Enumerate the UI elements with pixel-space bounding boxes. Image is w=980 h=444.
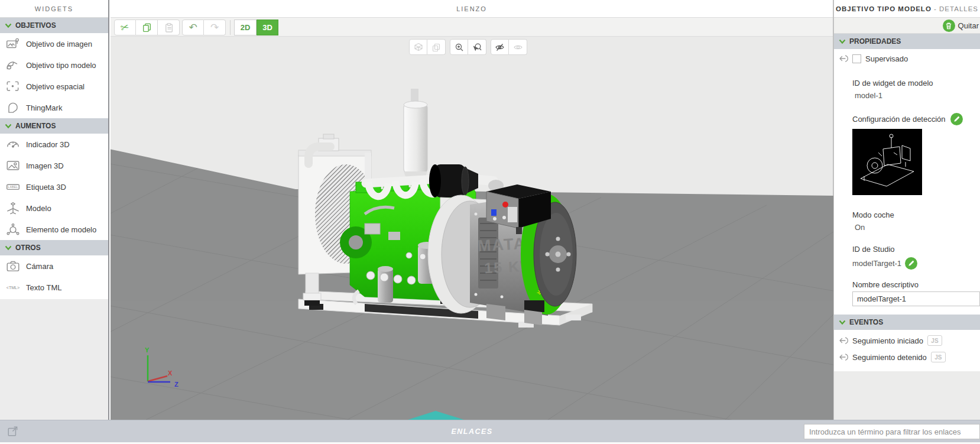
- sidebar-section-objetivos[interactable]: OBJETIVOS: [0, 18, 108, 33]
- sidebar-item-objetivo-tipo-modelo[interactable]: Objetivo tipo modelo: [0, 54, 108, 76]
- detection-config-row: Configuración de detección: [834, 111, 980, 127]
- axis-z-label: Z: [174, 381, 179, 388]
- sidebar-item-label: Elemento de modelo: [26, 225, 96, 234]
- sidebar-item-indicador-3d[interactable]: Indicador 3D: [0, 134, 108, 155]
- sidebar-item-label: Imagen 3D: [26, 161, 64, 170]
- copy-icon: [142, 22, 152, 33]
- display-name-input[interactable]: [852, 291, 980, 306]
- duplicate-icon: [431, 43, 441, 52]
- model-icon: [5, 202, 21, 215]
- chevron-down-icon: [5, 245, 12, 251]
- zoom-in-icon: [455, 43, 464, 52]
- scene-render: MATARI 15 KW 100% COPPER WIRE 100% POWER: [111, 37, 833, 420]
- redo-button[interactable]: ↷: [204, 20, 226, 35]
- model-item-icon: [5, 223, 21, 236]
- sidebar-item-label: Objetivo espacial: [26, 82, 85, 91]
- sidebar-item-label: Texto TML: [26, 283, 61, 292]
- trash-icon: [945, 22, 952, 30]
- sidebar-item-elemento-de-modelo[interactable]: Elemento de modelo: [0, 219, 108, 240]
- remove-widget-button[interactable]: [943, 20, 955, 32]
- redo-icon: ↷: [210, 22, 219, 33]
- toolbar-divider: [230, 20, 231, 35]
- eye-icon: [513, 43, 523, 52]
- sidebar-item-label: Cámara: [26, 262, 53, 271]
- pencil-icon: [953, 116, 960, 122]
- remove-widget-label[interactable]: Quitar: [958, 21, 979, 30]
- sidebar-item-label: Etiqueta 3D: [26, 183, 66, 192]
- sidebar-item-label: ThingMark: [26, 103, 62, 112]
- event-js-button[interactable]: JS: [931, 352, 946, 362]
- edit-studio-id-button[interactable]: [905, 257, 917, 270]
- links-bar: ENLACES: [0, 420, 980, 442]
- sidebar-section-label: OBJETIVOS: [15, 21, 56, 30]
- detail-panel-title: OBJETIVO TIPO MODELO - DETALLES: [834, 0, 980, 18]
- bind-arrow-icon[interactable]: [838, 54, 848, 63]
- widget-id-label: ID de widget de modelo: [834, 76, 980, 89]
- sidebar-item-thingmark[interactable]: ThingMark: [0, 97, 108, 118]
- paste-button[interactable]: [158, 20, 180, 35]
- sidebar-item-modelo[interactable]: Modelo: [0, 197, 108, 219]
- zoom-select-icon: [472, 43, 482, 52]
- studio-id-label: ID de Studio: [834, 242, 980, 255]
- sidebar-item-label: Indicador 3D: [26, 140, 70, 149]
- properties-panel: PROPIEDADES Supervisado ID de widget de …: [834, 34, 980, 371]
- tml-text-icon: <TML>: [5, 281, 21, 294]
- pencil-icon: [908, 260, 914, 267]
- sidebar-section-otros[interactable]: OTROS: [0, 240, 108, 255]
- mode-3d-button[interactable]: 3D: [257, 20, 278, 35]
- detection-thumbnail[interactable]: [852, 129, 922, 195]
- edit-detection-button[interactable]: [950, 113, 963, 125]
- undo-button[interactable]: ↶: [182, 20, 204, 35]
- label-3d-icon: LABEL: [5, 180, 21, 193]
- camera-icon: [5, 260, 21, 273]
- sidebar-item-etiqueta-3d[interactable]: LABELEtiqueta 3D: [0, 176, 108, 197]
- view-toolbar: [409, 39, 527, 55]
- copy-button[interactable]: [136, 20, 158, 35]
- properties-section-header[interactable]: PROPIEDADES: [834, 34, 980, 49]
- car-mode-value: On: [834, 221, 980, 233]
- wireframe-view-button[interactable]: [409, 39, 427, 55]
- duplicate-view-button[interactable]: [427, 39, 446, 55]
- sidebar-item-label: Objetivo de imagen: [26, 40, 92, 48]
- scene-3d[interactable]: MATARI 15 KW 100% COPPER WIRE 100% POWER: [111, 37, 833, 420]
- sidebar-section-aumentos[interactable]: AUMENTOS: [0, 118, 108, 134]
- zoom-in-button[interactable]: [450, 39, 468, 55]
- sidebar-item-c-mara[interactable]: Cámara: [0, 255, 108, 277]
- sidebar-item-texto-tml[interactable]: <TML>Texto TML: [0, 277, 108, 298]
- model-target-icon: [5, 59, 21, 72]
- cut-icon: ✂: [119, 21, 130, 33]
- event-js-button[interactable]: JS: [927, 335, 942, 346]
- sidebar-item-imagen-3d[interactable]: Imagen 3D: [0, 155, 108, 176]
- detection-config-label: Configuración de detección: [852, 115, 946, 124]
- detail-panel: OBJETIVO TIPO MODELO - DETALLES Quitar P…: [833, 0, 980, 420]
- studio-id-value-row: modelTarget-1: [834, 255, 980, 271]
- event-row-seguimiento-iniciado: Seguimiento iniciadoJS: [834, 332, 980, 349]
- hide-button[interactable]: [491, 39, 509, 55]
- wireframe-cube-icon: [414, 43, 423, 52]
- events-section-label: EVENTOS: [849, 318, 883, 326]
- svg-text:LABEL: LABEL: [8, 186, 18, 189]
- thingmark-icon: [5, 101, 21, 114]
- sidebar-item-label: Objetivo tipo modelo: [26, 61, 96, 70]
- supervised-checkbox[interactable]: [852, 54, 861, 63]
- events-section-header[interactable]: EVENTOS: [834, 315, 980, 330]
- zoom-select-button[interactable]: [468, 39, 486, 55]
- show-button[interactable]: [509, 39, 527, 55]
- canvas-toolbar: ✂ ↶ ↷ 2D 3D: [111, 18, 833, 37]
- bind-arrow-icon[interactable]: [838, 336, 848, 345]
- mode-2d-button[interactable]: 2D: [234, 20, 257, 35]
- svg-text:<TML>: <TML>: [7, 286, 20, 290]
- cut-button[interactable]: ✂: [114, 20, 136, 35]
- panel-toolbar: Quitar: [834, 18, 980, 34]
- bind-arrow-icon[interactable]: [838, 352, 848, 362]
- sidebar-section-label: AUMENTOS: [15, 122, 56, 130]
- event-label: Seguimiento iniciado: [852, 336, 923, 345]
- supervised-row: Supervisado: [834, 49, 980, 68]
- sidebar-item-label: Modelo: [26, 204, 51, 213]
- links-filter-input[interactable]: [804, 424, 980, 439]
- sidebar-item-objetivo-espacial[interactable]: Objetivo espacial: [0, 76, 108, 97]
- external-link-icon[interactable]: [7, 425, 19, 437]
- paste-icon: [164, 22, 174, 33]
- chevron-down-icon: [5, 124, 12, 129]
- sidebar-item-objetivo-de-imagen[interactable]: Objetivo de imagen: [0, 33, 108, 54]
